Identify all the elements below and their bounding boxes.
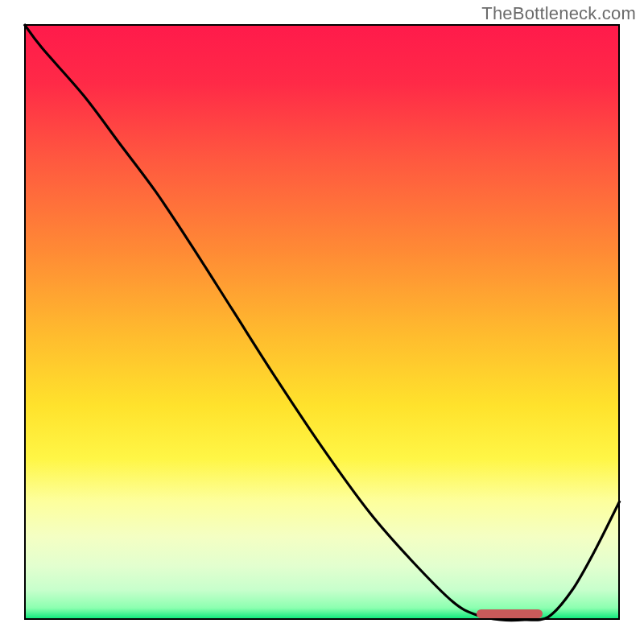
chart-frame: TheBottleneck.com: [0, 0, 644, 644]
curve-path: [24, 24, 620, 621]
watermark-text: TheBottleneck.com: [481, 3, 636, 24]
optimal-range-marker: [477, 609, 542, 618]
bottleneck-curve: [24, 24, 620, 620]
